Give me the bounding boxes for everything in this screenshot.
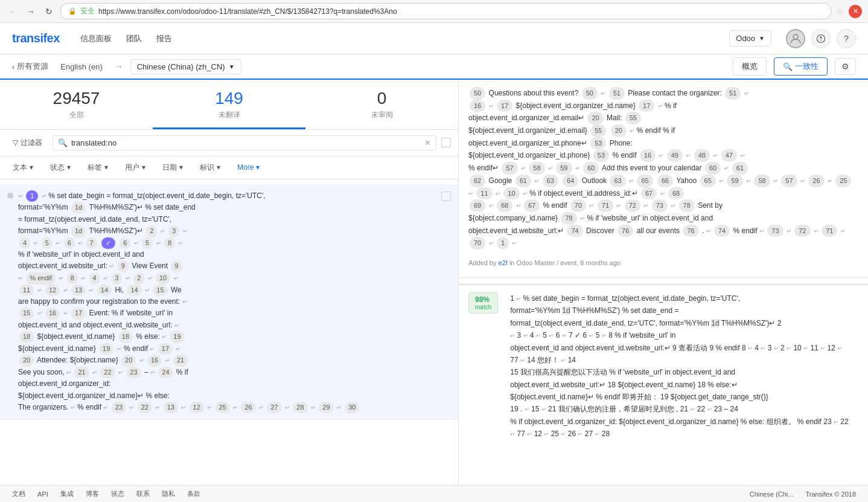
divider	[459, 277, 868, 278]
r-text-17: Yahoo	[676, 176, 697, 185]
m-badge-26: 26	[568, 430, 576, 438]
project-selector[interactable]: Odoo ▼	[729, 30, 771, 47]
item-text-percent: % if	[176, 368, 188, 376]
filter-user[interactable]: 用户 ▾	[120, 160, 151, 175]
r-icon-23: ↵	[523, 190, 528, 197]
filter-tags-btn[interactable]: 标签 ▾	[82, 160, 113, 175]
r-icon-30: ↵	[671, 202, 675, 209]
badge-25: 25	[215, 402, 230, 414]
r-badge-62: 62	[470, 175, 485, 187]
settings-button[interactable]: ⚙	[835, 58, 856, 75]
filter-status[interactable]: 状态 ▾	[45, 160, 76, 175]
bookmark-icon[interactable]: ☆	[836, 6, 844, 17]
r-badge-51b: 51	[725, 87, 741, 100]
lock-icon: 🔒	[68, 7, 77, 15]
stat-untranslated[interactable]: 149 未翻译	[153, 88, 305, 129]
filter-toggle-button[interactable]: ▽ 过滤器	[7, 135, 48, 151]
footer-blog[interactable]: 博客	[86, 489, 99, 498]
return-icon40: ↵	[155, 404, 160, 411]
item-text-if2: % if 'website_url' in	[112, 309, 173, 317]
footer-status[interactable]: 状态	[111, 489, 124, 498]
m-badge-25: 25	[551, 430, 559, 438]
m-badge-8b: 8	[742, 344, 746, 352]
select-all-checkbox[interactable]	[441, 138, 451, 147]
m-badge-15b: 15	[531, 405, 539, 413]
search-input[interactable]	[71, 138, 421, 147]
m-badge-9: 9	[672, 344, 677, 352]
r-badge-47: 47	[721, 149, 737, 162]
filter-date[interactable]: 日期 ▾	[157, 160, 188, 175]
item-checkbox[interactable]	[441, 191, 451, 201]
added-by-user[interactable]: e2f	[499, 259, 508, 266]
r-badge-55: 55	[625, 112, 641, 124]
stat-unreviewed[interactable]: 0 未审阅	[305, 88, 458, 129]
return-icon36: ↵	[150, 369, 155, 376]
footer-privacy[interactable]: 隐私	[162, 489, 175, 498]
filter-identifier[interactable]: 标识 ▾	[194, 160, 226, 175]
r-badge-53b: 53	[593, 149, 609, 162]
filter-more-label: More	[237, 163, 254, 172]
m-badge-28: 28	[602, 430, 610, 438]
close-tab-button[interactable]: ✕	[849, 5, 862, 18]
r-text-4: % if	[665, 101, 677, 110]
badge-3: 3	[168, 225, 179, 237]
r-icon-26: ↵	[516, 202, 521, 209]
footer-contact[interactable]: 联系	[136, 489, 150, 498]
clear-search-button[interactable]: ✕	[424, 138, 431, 147]
nav-dashboard[interactable]: 信息面板	[80, 33, 112, 44]
filter-text[interactable]: 文本 ▾	[7, 160, 39, 175]
footer-docs[interactable]: 文档	[12, 489, 25, 498]
unreviewed-count: 0	[305, 88, 458, 109]
m-text-22: –	[724, 405, 729, 413]
r-text-16: Outlook	[582, 176, 607, 185]
consistency-button[interactable]: 🔍 一致性	[774, 57, 828, 76]
back-button[interactable]: ←	[6, 5, 19, 18]
filter-more[interactable]: More ▾	[232, 161, 265, 174]
stat-total[interactable]: 29457 全部	[0, 88, 153, 129]
m-badge-14: 14	[527, 356, 535, 364]
overview-button[interactable]: 概览	[733, 57, 767, 76]
compass-icon-button[interactable]	[811, 29, 831, 48]
return-icon33: ↵	[66, 369, 71, 376]
m-icon-6: ↵	[562, 332, 567, 339]
badge-7: 7	[86, 237, 97, 249]
r-badge-17: 17	[497, 100, 512, 112]
target-language-selector[interactable]: Chinese (China) (zh_CN) ▼	[130, 59, 241, 74]
translation-item[interactable]: ↵ 1 ↵ % set date_begin = format_tz(objec…	[0, 184, 458, 420]
r-icon-8: ↵	[713, 152, 718, 159]
url-bar[interactable]: 🔒 安全 https://www.transifex.com/odoo/odoo…	[60, 3, 831, 19]
r-badge-68: 68	[668, 187, 684, 200]
m-text-3: T%H%M%SZ') % set date_end =	[572, 306, 679, 315]
status-dot	[7, 193, 13, 199]
filter-user-label: 用户	[125, 163, 139, 173]
badge-26: 26	[241, 402, 255, 414]
m-badge-8: 8	[608, 331, 613, 339]
help-icon-button[interactable]: ?	[837, 29, 856, 48]
badge-18: 18	[19, 331, 34, 343]
m-icon-13: ↵	[803, 345, 808, 352]
footer-api[interactable]: API	[37, 491, 48, 498]
app-header: transifex 信息面板 团队 报告 Odoo ▼ ?	[0, 23, 868, 54]
item-text-7: % if 'website_url' in object.event_id an…	[18, 250, 144, 259]
return-icon35: ↵	[118, 369, 123, 376]
r-badge-70: 70	[570, 199, 586, 212]
nav-reports[interactable]: 报告	[156, 33, 172, 44]
footer-integrations[interactable]: 集成	[60, 489, 74, 498]
refresh-button[interactable]: ↻	[42, 5, 56, 18]
nav-team[interactable]: 团队	[126, 33, 142, 44]
return-icon28: ↵	[117, 346, 122, 352]
return-icon34: ↵	[92, 369, 97, 376]
r-text-6: Mail:	[607, 114, 622, 122]
back-to-resources[interactable]: ‹ 所有资源	[12, 61, 48, 72]
m-icon-22: ↵	[834, 419, 838, 425]
r-badge-59b: 59	[727, 175, 742, 187]
m-badge-10: 10	[793, 344, 801, 352]
item-content: ↵ 1 ↵ % set date_begin = format_tz(objec…	[18, 190, 436, 414]
avatar[interactable]	[786, 29, 805, 48]
footer-terms[interactable]: 条款	[187, 489, 200, 498]
m-text-18: ${object.get_date_range_str()}	[671, 393, 768, 401]
m-badge-21: 21	[548, 405, 556, 413]
main-layout: 29457 全部 149 未翻译 0 未审阅 ▽ 过滤器 🔍 ✕	[0, 80, 868, 485]
return-icon47: ↵	[337, 404, 342, 411]
forward-button[interactable]: →	[24, 5, 37, 18]
